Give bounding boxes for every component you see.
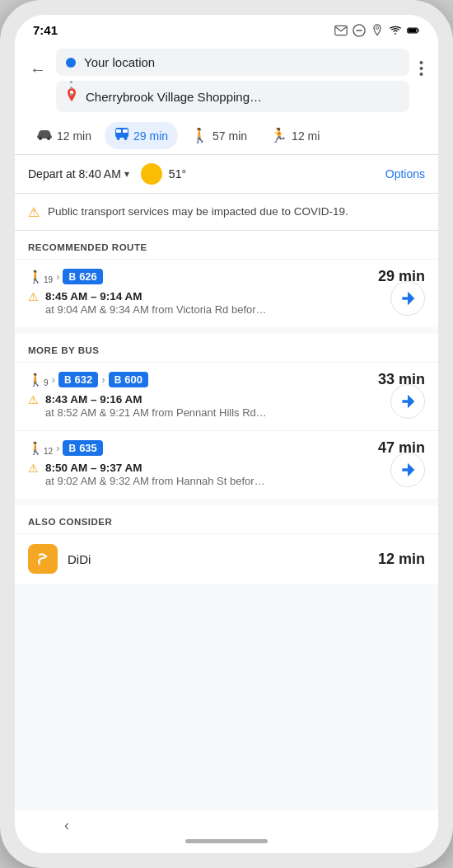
bus-chip-600: B 600 [109,372,148,387]
walk-sub-2: 9 [44,378,49,387]
svg-rect-15 [123,129,128,133]
route-detail-2: ⚠ 8:43 AM – 9:16 AM at 8:52 AM & 9:21 AM… [28,393,425,419]
more-by-bus-section: MORE BY BUS 🚶9 › B 632 › [15,334,438,499]
mode-tabs: 12 min 29 min 🚶 57 min [15,117,438,155]
route-steps: 🚶19 › B 626 [28,269,103,284]
didi-row[interactable]: DiDi 12 min [15,533,438,584]
routes-scroll[interactable]: RECOMMENDED ROUTE 🚶19 › B 626 29 min [15,231,438,810]
navigate-button-2[interactable] [390,384,425,419]
nav-back-button[interactable]: ‹ [64,817,69,834]
route-from-2: at 8:52 AM & 9:21 AM from Pennant Hills … [45,406,267,419]
walk-icon: 🚶 [191,127,208,144]
recommended-route-section: RECOMMENDED ROUTE 🚶19 › B 626 29 min [15,231,438,327]
origin-field[interactable]: Your location [56,49,409,76]
arrow-icon-2: › [52,373,55,386]
svg-point-16 [117,137,120,140]
temperature: 51° [169,167,186,181]
tab-ride[interactable]: 🏃 12 mi [260,122,329,149]
covid-notice: ⚠ Public transport services may be impac… [15,194,438,231]
recommended-route-card[interactable]: 🚶19 › B 626 29 min ⚠ 8:45 AM – 9:14 A [15,259,438,327]
route-steps-2: 🚶9 › B 632 › B 600 [28,372,148,387]
svg-point-12 [47,137,50,140]
tab-walk[interactable]: 🚶 57 min [181,122,257,149]
didi-icon [28,544,58,574]
also-consider-section: ALSO CONSIDER DiDi 12 min [15,505,438,584]
route-steps-3: 🚶12 › B 635 [28,440,103,456]
home-pill [185,839,268,843]
tab-car[interactable]: 12 min [26,123,101,149]
svg-point-17 [124,137,128,140]
depart-row: Depart at 8:40 AM ▾ 51° Options [15,155,438,194]
didi-label: DiDi [68,552,368,566]
arrow-icon-4: › [56,442,59,454]
route-card-632-600[interactable]: 🚶9 › B 632 › B 600 33 [15,362,438,430]
weather-sun-icon [141,163,162,185]
origin-dot [66,58,76,68]
status-time: 7:41 [33,23,58,37]
svg-point-7 [420,61,423,64]
route-from-1: at 9:04 AM & 9:34 AM from Victoria Rd be… [45,303,267,316]
route-times-1: 8:45 AM – 9:14 AM [45,290,267,303]
walk-step-icon-2: 🚶9 [28,373,49,387]
svg-rect-0 [335,26,347,35]
chevron-down-icon: ▾ [124,168,129,180]
destination-text: Cherrybrook Village Shopping… [86,90,399,104]
navigate-button-3[interactable] [390,453,425,487]
route-times-3: 8:50 AM – 9:37 AM [45,462,265,474]
more-by-bus-header: MORE BY BUS [15,334,438,362]
route-warning-icon-1: ⚠ [28,290,39,303]
dest-pin-icon [66,87,77,106]
route-times-2: 8:43 AM – 9:16 AM [45,393,267,406]
location-icon [371,24,384,37]
svg-rect-14 [116,129,121,133]
walk-sub-1: 19 [44,275,53,284]
tab-car-label: 12 min [57,129,91,143]
route-top-2: 🚶9 › B 632 › B 600 33 [28,371,425,388]
options-button[interactable]: Options [385,167,425,181]
tab-walk-label: 57 min [212,129,247,143]
walk-step-icon-3: 🚶12 [28,441,53,456]
route-detail-1: ⚠ 8:45 AM – 9:14 AM at 9:04 AM & 9:34 AM… [28,290,425,316]
bus-chip-632: B 632 [58,372,98,387]
destination-field[interactable]: Cherrybrook Village Shopping… [56,81,409,112]
route-card-635[interactable]: 🚶12 › B 635 47 min ⚠ 8:50 AM – 9:37 A [15,430,438,499]
svg-point-11 [39,137,42,140]
search-fields: Your location Cherrybrook Village [56,49,409,112]
more-button[interactable] [416,57,427,84]
phone-screen: 7:41 [15,15,438,853]
top-bar: ← Your location [15,42,438,117]
car-icon [36,128,53,144]
also-consider-header: ALSO CONSIDER [15,505,438,533]
status-icons [334,24,420,37]
arrow-icon: › [56,270,59,283]
recommended-header: RECOMMENDED ROUTE [15,231,438,259]
wifi-icon [389,24,402,37]
svg-rect-5 [408,28,416,31]
svg-point-9 [420,73,423,76]
route-from-3: at 9:02 AM & 9:32 AM from Hannah St befo… [45,475,265,487]
route-top: 🚶19 › B 626 29 min [28,268,425,285]
svg-point-3 [376,26,378,29]
dnd-icon [353,24,366,37]
status-bar: 7:41 [15,15,438,42]
didi-time: 12 min [378,551,425,568]
arrow-icon-3: › [101,373,105,386]
svg-point-8 [420,67,423,70]
covid-text: Public transport services may be impacte… [48,204,348,220]
tab-ride-label: 12 mi [292,129,320,143]
phone-frame: 7:41 [0,0,453,868]
nav-row: ‹ [15,817,438,834]
depart-text[interactable]: Depart at 8:40 AM ▾ [28,167,129,181]
route-top-3: 🚶12 › B 635 47 min [28,439,425,457]
route-detail-3: ⚠ 8:50 AM – 9:37 AM at 9:02 AM & 9:32 AM… [28,462,425,487]
route-warning-icon-3: ⚠ [28,462,39,475]
battery-icon [407,24,420,37]
covid-warning-icon: ⚠ [28,204,40,220]
ride-icon: 🏃 [270,127,287,144]
origin-text: Your location [84,55,399,69]
back-button[interactable]: ← [26,57,49,82]
navigate-button-1[interactable] [390,281,425,316]
tab-bus[interactable]: 29 min [105,122,178,149]
gmail-icon [334,24,348,37]
home-bar-area: ‹ [15,810,438,853]
